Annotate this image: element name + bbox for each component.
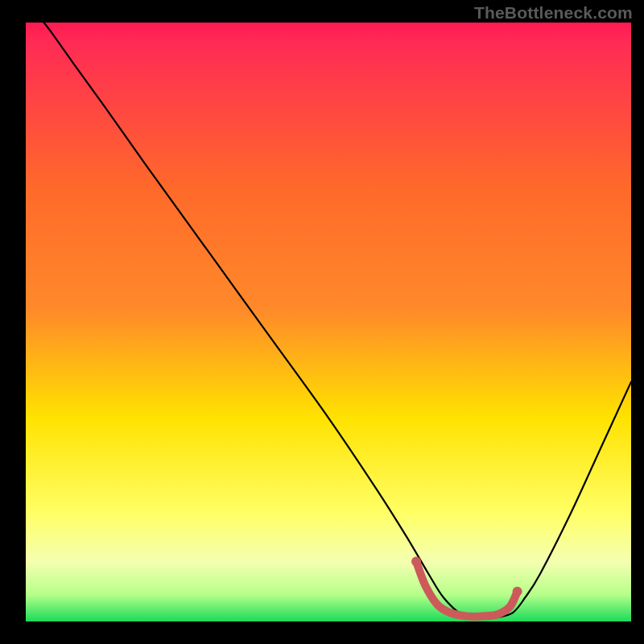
- optimal-zone-endpoint: [411, 557, 421, 567]
- svg-rect-1: [26, 23, 631, 621]
- watermark-text: TheBottleneck.com: [474, 3, 633, 23]
- bottleneck-chart: [0, 0, 644, 644]
- chart-container: TheBottleneck.com: [0, 0, 644, 644]
- optimal-zone-endpoint: [513, 587, 522, 597]
